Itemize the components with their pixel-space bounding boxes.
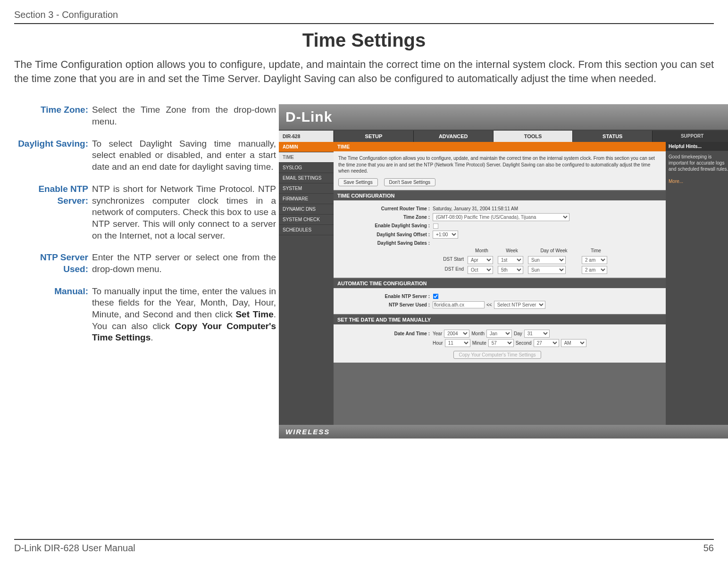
daylight-enable-label: Enable Daylight Saving : bbox=[338, 223, 433, 229]
dst-end-label: DST End bbox=[433, 266, 466, 274]
auto-time-panel: AUTOMATIC TIME CONFIGURATION Enable NTP … bbox=[334, 278, 666, 315]
page-title: Time Settings bbox=[14, 30, 714, 51]
dst-start-dow[interactable]: Sun bbox=[528, 256, 566, 264]
footer-left: D-Link DIR-628 User Manual bbox=[14, 543, 135, 554]
ntp-used-label: NTP Server Used : bbox=[338, 302, 433, 308]
second-label: Second bbox=[516, 340, 532, 347]
def-item: Time Zone:Select the Time Zone from the … bbox=[14, 104, 276, 127]
dlink-logo: D-Link bbox=[285, 109, 332, 125]
sidebar-item-schedules[interactable]: SCHEDULES bbox=[279, 225, 334, 235]
router-screenshot: D-Link DIR-628 SETUPADVANCEDTOOLSSTATUSS… bbox=[279, 104, 728, 439]
auto-time-head: AUTOMATIC TIME CONFIGURATION bbox=[334, 278, 666, 288]
router-header: D-Link bbox=[279, 104, 728, 131]
tab-setup[interactable]: SETUP bbox=[334, 131, 413, 142]
hints-more-link[interactable]: More... bbox=[669, 179, 683, 184]
tab-advanced[interactable]: ADVANCED bbox=[413, 131, 493, 142]
col-time: Time bbox=[582, 248, 610, 254]
hour-select[interactable]: 11 bbox=[445, 339, 470, 347]
year-label: Year bbox=[433, 331, 442, 337]
save-settings-button[interactable]: Save Settings bbox=[338, 178, 378, 186]
router-main: TIME The Time Configuration option allow… bbox=[334, 142, 666, 425]
year-select[interactable]: 2004 bbox=[444, 330, 469, 338]
intro-text: The Time Configuration option allows you… bbox=[14, 58, 714, 85]
dst-start-month[interactable]: Apr bbox=[468, 256, 493, 264]
def-desc: NTP is short for Network Time Protocol. … bbox=[92, 183, 276, 241]
sidebar-item-system-check[interactable]: SYSTEM CHECK bbox=[279, 215, 334, 225]
sidebar-item-email-settings[interactable]: EMAIL SETTINGS bbox=[279, 173, 334, 183]
def-item: Enable NTP Server:NTP is short for Netwo… bbox=[14, 183, 276, 241]
router-body: ADMINTIMESYSLOGEMAIL SETTINGSSYSTEMFIRMW… bbox=[279, 142, 728, 425]
dst-start-time[interactable]: 2 am bbox=[582, 256, 607, 264]
sidebar-item-system[interactable]: SYSTEM bbox=[279, 183, 334, 194]
dst-end-month[interactable]: Oct bbox=[468, 266, 493, 274]
daylight-dates-label: Daylight Saving Dates : bbox=[338, 240, 433, 247]
sidebar-item-admin[interactable]: ADMIN bbox=[279, 142, 334, 152]
dont-save-button[interactable]: Don't Save Settings bbox=[384, 178, 436, 186]
minute-select[interactable]: 57 bbox=[488, 339, 514, 347]
model-label: DIR-628 bbox=[279, 131, 334, 142]
col-month: Month bbox=[468, 248, 496, 254]
dst-end-week[interactable]: 5th bbox=[498, 266, 523, 274]
tab-support[interactable]: SUPPORT bbox=[652, 131, 728, 142]
time-config-panel: TIME CONFIGURATION Current Router Time :… bbox=[334, 190, 666, 278]
dst-end-time[interactable]: 2 am bbox=[582, 266, 607, 274]
daylight-offset-label: Daylight Saving Offset : bbox=[338, 232, 433, 238]
sidebar-item-syslog[interactable]: SYSLOG bbox=[279, 163, 334, 173]
ntp-server-input[interactable] bbox=[433, 301, 485, 308]
time-config-body: Current Router Time :Saturday, January 3… bbox=[334, 200, 666, 278]
def-term: Manual: bbox=[14, 286, 92, 344]
month-select[interactable]: Jan bbox=[486, 330, 512, 338]
arrows-icon: << bbox=[486, 302, 492, 308]
tab-tools[interactable]: TOOLS bbox=[493, 131, 573, 142]
def-desc: To select Daylight Saving time manually,… bbox=[92, 138, 276, 173]
def-term: Daylight Saving: bbox=[14, 138, 92, 173]
timezone-select[interactable]: (GMT-08:00) Pacific Time (US/Canada), Ti… bbox=[433, 213, 569, 221]
current-time-value: Saturday, January 31, 2004 11:58:11 AM bbox=[433, 206, 661, 212]
def-desc: Enter the NTP server or select one from … bbox=[92, 252, 276, 275]
definitions: Time Zone:Select the Time Zone from the … bbox=[14, 104, 276, 354]
time-config-head: TIME CONFIGURATION bbox=[334, 190, 666, 200]
content-row: Time Zone:Select the Time Zone from the … bbox=[14, 104, 714, 439]
minute-label: Minute bbox=[472, 340, 486, 347]
section-header: Section 3 - Configuration bbox=[14, 9, 714, 20]
time-panel-body: The Time Configuration option allows you… bbox=[334, 151, 666, 190]
dst-end-dow[interactable]: Sun bbox=[528, 266, 566, 274]
sidebar-item-firmware[interactable]: FIRMWARE bbox=[279, 194, 334, 204]
time-panel: TIME The Time Configuration option allow… bbox=[334, 142, 666, 190]
tab-status[interactable]: STATUS bbox=[572, 131, 652, 142]
date-time-label: Date And Time : bbox=[338, 331, 433, 337]
copy-time-button[interactable]: Copy Your Computer's Time Settings bbox=[453, 351, 541, 359]
dst-start-week[interactable]: 1st bbox=[498, 256, 523, 264]
daylight-offset-select[interactable]: +1:00 bbox=[433, 231, 458, 239]
daylight-enable-checkbox[interactable] bbox=[433, 223, 439, 229]
col-dow: Day of Week bbox=[528, 248, 580, 254]
ntp-server-select[interactable]: Select NTP Server bbox=[494, 301, 545, 309]
manual-time-panel: SET THE DATE AND TIME MANUALLY Date And … bbox=[334, 314, 666, 363]
router-tabs: DIR-628 SETUPADVANCEDTOOLSSTATUSSUPPORT bbox=[279, 131, 728, 142]
footer-divider bbox=[14, 539, 714, 540]
page-footer: D-Link DIR-628 User Manual 56 bbox=[14, 539, 714, 554]
day-label: Day bbox=[514, 331, 522, 337]
divider bbox=[14, 23, 714, 24]
def-item: NTP Server Used:Enter the NTP server or … bbox=[14, 252, 276, 275]
timezone-label: Time Zone : bbox=[338, 214, 433, 221]
footer-page: 56 bbox=[703, 543, 714, 554]
def-item: Daylight Saving:To select Daylight Savin… bbox=[14, 138, 276, 173]
def-term: Time Zone: bbox=[14, 104, 92, 127]
def-desc: To manually input the time, enter the va… bbox=[92, 286, 276, 344]
hints-panel: Helpful Hints... Good timekeeping is imp… bbox=[666, 142, 728, 425]
hints-head: Helpful Hints... bbox=[666, 142, 728, 151]
hints-text: Good timekeeping is important for accura… bbox=[669, 154, 728, 172]
def-term: NTP Server Used: bbox=[14, 252, 92, 275]
def-item: Manual:To manually input the time, enter… bbox=[14, 286, 276, 344]
def-desc: Select the Time Zone from the drop-down … bbox=[92, 104, 276, 127]
sidebar-item-time[interactable]: TIME bbox=[279, 152, 334, 163]
second-select[interactable]: 27 bbox=[534, 339, 559, 347]
router-sidebar: ADMINTIMESYSLOGEMAIL SETTINGSSYSTEMFIRMW… bbox=[279, 142, 334, 425]
day-select[interactable]: 31 bbox=[524, 330, 550, 338]
ampm-select[interactable]: AM bbox=[561, 339, 586, 347]
manual-time-body: Date And Time : Year2004 MonthJan Day31 … bbox=[334, 324, 666, 363]
sidebar-item-dynamic-dns[interactable]: DYNAMIC DNS bbox=[279, 204, 334, 215]
enable-ntp-label: Enable NTP Server : bbox=[338, 293, 433, 300]
enable-ntp-checkbox[interactable] bbox=[433, 294, 439, 299]
